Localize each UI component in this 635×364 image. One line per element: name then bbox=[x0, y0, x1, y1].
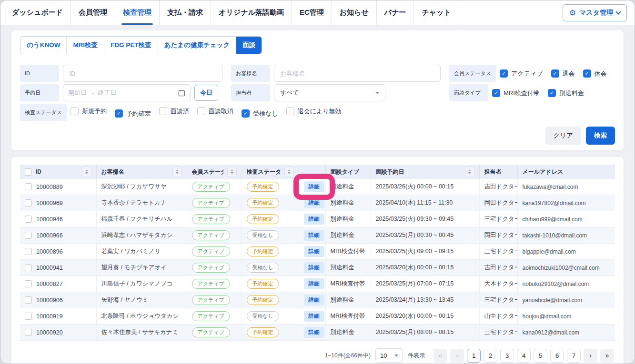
cell-detail: 詳細 bbox=[299, 292, 325, 308]
detail-button[interactable]: 詳細 bbox=[304, 230, 324, 241]
row-id-value: 10000919 bbox=[36, 313, 63, 320]
row-id-value: 10000920 bbox=[36, 329, 63, 336]
interview-type-checkbox-1[interactable]: ✓MRI検査付帯 bbox=[492, 89, 540, 98]
exam-status-checkbox-2[interactable]: ✓予約確定 bbox=[115, 109, 151, 118]
col-header-id: ID bbox=[20, 165, 96, 179]
detail-button[interactable]: 詳細 bbox=[304, 197, 324, 208]
cell-interview-type: 別途料金 bbox=[325, 292, 371, 308]
cell-interview-date: 2025/03/25(火) 09:00 ~ 09:15 bbox=[371, 244, 479, 260]
col-header-member-status: 会員ステータス bbox=[187, 165, 242, 179]
row-checkbox[interactable] bbox=[25, 216, 32, 223]
subtab-fdg-pet[interactable]: FDG PET検査 bbox=[104, 37, 158, 54]
nav-item-members[interactable]: 会員管理 bbox=[71, 0, 115, 25]
select-all-checkbox[interactable] bbox=[25, 168, 32, 176]
member-status-checkbox-1[interactable]: ✓アクティブ bbox=[500, 69, 543, 78]
clear-button[interactable]: クリア bbox=[545, 127, 581, 145]
detail-button[interactable]: 詳細 bbox=[304, 278, 324, 289]
col-header-label: メールアドレス bbox=[523, 168, 564, 176]
page-button-6[interactable]: 6 bbox=[550, 349, 564, 363]
next-page-button[interactable]: › bbox=[584, 349, 597, 363]
cell-email: fukazawa@cmail.com bbox=[517, 179, 615, 195]
id-input[interactable] bbox=[63, 65, 222, 82]
row-checkbox[interactable] bbox=[25, 264, 32, 271]
detail-button[interactable]: 詳細 bbox=[304, 181, 324, 192]
calendar-icon[interactable] bbox=[178, 89, 185, 97]
detail-button[interactable]: 詳細 bbox=[304, 295, 324, 305]
cell-email: aoimochizuki1002@cmail.com bbox=[517, 260, 615, 276]
exam-status-checkbox-5[interactable]: ✓受検なし bbox=[242, 109, 278, 118]
row-checkbox[interactable] bbox=[25, 280, 32, 287]
exam-status-checkbox-6[interactable]: 退会により無効 bbox=[286, 107, 342, 116]
row-checkbox[interactable] bbox=[25, 248, 32, 255]
nav-item-rakugo-videos[interactable]: オリジナル落語動画 bbox=[211, 0, 292, 25]
detail-button[interactable]: 詳細 bbox=[304, 262, 324, 273]
page-button-5[interactable]: 5 bbox=[534, 349, 547, 363]
prev-page-button[interactable]: ‹ bbox=[450, 349, 464, 363]
cell-exam-status: 受検なし bbox=[242, 260, 299, 276]
page-button-4[interactable]: 4 bbox=[517, 349, 531, 363]
nav-item-examinations[interactable]: 検査管理 bbox=[115, 0, 159, 25]
cell-member-status: アクティブ bbox=[187, 308, 242, 325]
nav-item-banner[interactable]: バナー bbox=[376, 0, 414, 25]
master-admin-label: マスタ管理 bbox=[579, 9, 613, 17]
last-page-button[interactable]: » bbox=[600, 349, 614, 363]
nav-item-billing[interactable]: 支払・請求 bbox=[159, 0, 211, 25]
cell-exam-status: 予約確定 bbox=[242, 244, 299, 260]
nav-item-dashboard[interactable]: ダッシュボード bbox=[4, 0, 71, 25]
date-range-input[interactable]: 開始日 ~ 終了日 bbox=[63, 84, 191, 101]
cell-email: nobuko29102@dmail.com bbox=[517, 276, 615, 292]
subtab-atama-health-check[interactable]: あたまの健康チェック bbox=[158, 37, 237, 54]
exam-status-checkbox-4[interactable]: 面談取消 bbox=[197, 107, 233, 116]
row-checkbox[interactable] bbox=[25, 232, 32, 239]
member-status-checkbox-2[interactable]: ✓退会 bbox=[551, 69, 575, 78]
sort-arrows-icon[interactable] bbox=[172, 167, 182, 177]
nav-item-ec[interactable]: EC管理 bbox=[292, 0, 332, 25]
subtab-interview[interactable]: 面談 bbox=[236, 37, 262, 54]
detail-button[interactable]: 詳細 bbox=[304, 246, 324, 257]
exam-status-checkbox-1[interactable]: 新規予約 bbox=[71, 107, 107, 116]
page-button-1[interactable]: 1 bbox=[467, 349, 481, 363]
filter-id: ID bbox=[20, 65, 222, 82]
filter-staff: 担当者 すべて bbox=[231, 84, 441, 101]
today-button[interactable]: 今日 bbox=[194, 85, 218, 101]
member-status-checkbox-3[interactable]: ✓休会 bbox=[583, 69, 607, 78]
row-checkbox[interactable] bbox=[25, 329, 32, 336]
interview-type-checkbox-2[interactable]: ✓別途料金 bbox=[548, 89, 584, 98]
checkbox-unchecked-icon bbox=[71, 107, 79, 115]
detail-button[interactable]: 詳細 bbox=[304, 327, 324, 338]
page-button-7[interactable]: 7 bbox=[567, 349, 581, 363]
sort-arrows-icon[interactable] bbox=[82, 167, 91, 177]
page-button-2[interactable]: 2 bbox=[484, 349, 497, 363]
sort-arrows-icon[interactable] bbox=[465, 167, 474, 177]
master-admin-button[interactable]: ⚙ マスタ管理 bbox=[563, 4, 627, 21]
subtab-mri[interactable]: MRI検査 bbox=[67, 37, 104, 54]
exam-status-checkbox-3[interactable]: 面談済 bbox=[159, 107, 189, 116]
row-checkbox[interactable] bbox=[25, 296, 32, 304]
customer-name-input[interactable] bbox=[274, 65, 441, 82]
search-button[interactable]: 検索 bbox=[586, 127, 615, 145]
sort-up-icon bbox=[288, 169, 291, 171]
detail-button[interactable]: 詳細 bbox=[304, 214, 324, 225]
sort-arrows-icon[interactable] bbox=[227, 167, 237, 177]
subtab-nou-know[interactable]: のうKNOW bbox=[20, 37, 67, 54]
select-caret-icon bbox=[375, 92, 379, 94]
page-size-select[interactable]: 10 bbox=[375, 348, 403, 363]
exam-subtabs: のうKNOWMRI検査FDG PET検査あたまの健康チェック面談 bbox=[20, 36, 262, 54]
col-header-label: お客様名 bbox=[101, 168, 124, 176]
cell-staff: 大木ドクター bbox=[479, 276, 517, 292]
staff-select[interactable]: すべて bbox=[274, 84, 385, 101]
start-date-placeholder: 開始日 bbox=[68, 89, 87, 97]
nav-item-chat[interactable]: チャット bbox=[413, 0, 459, 25]
row-checkbox[interactable] bbox=[25, 313, 32, 320]
checkbox-label: 面談取消 bbox=[209, 107, 233, 116]
row-checkbox[interactable] bbox=[25, 183, 32, 190]
cell-detail: 詳細 bbox=[299, 244, 325, 260]
detail-button[interactable]: 詳細 bbox=[304, 311, 324, 322]
page-button-3[interactable]: 3 bbox=[500, 349, 514, 363]
checkbox-label: アクティブ bbox=[511, 69, 543, 78]
sort-arrows-icon[interactable] bbox=[284, 167, 294, 177]
first-page-button[interactable]: « bbox=[433, 349, 447, 363]
reservation-date-label: 予約日 bbox=[20, 84, 59, 101]
row-checkbox[interactable] bbox=[25, 199, 32, 207]
nav-item-news[interactable]: お知らせ bbox=[332, 0, 376, 25]
